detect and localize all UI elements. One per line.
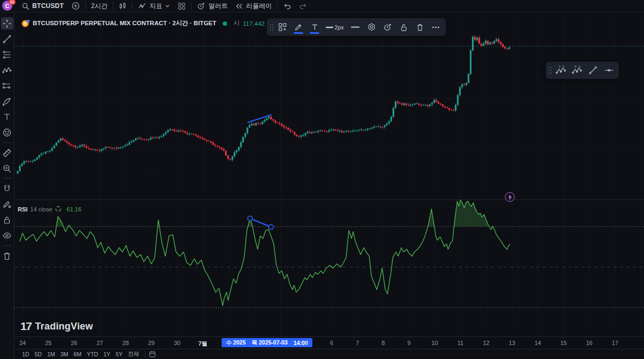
rsi-indicator-legend[interactable]: RSI 14 close 61.16 — [18, 206, 82, 213]
date-range-ytd[interactable]: YTD — [84, 350, 101, 358]
brush-icon — [2, 97, 12, 106]
abcd-pattern-tool[interactable]: AC — [569, 63, 585, 78]
svg-text:B: B — [24, 21, 27, 26]
drawing-anchor-point[interactable] — [248, 216, 253, 221]
date-range-5d[interactable]: 5D — [32, 350, 44, 358]
chart-style-button[interactable] — [115, 0, 130, 12]
brush-tool[interactable] — [1, 95, 13, 107]
layout-grid-button[interactable] — [174, 0, 189, 12]
text-tool[interactable] — [1, 111, 13, 123]
horizontal-line-tool[interactable] — [601, 63, 617, 78]
chart-canvas[interactable] — [14, 12, 644, 336]
legend-title[interactable]: BTCUSDTPERP PERPETUAL MIX CONTRACT · 2시간… — [33, 19, 216, 27]
chevron-down-icon[interactable] — [165, 3, 170, 9]
time-axis[interactable]: 수 2025 목 2025-07-03 14:00 24252627282930… — [14, 336, 644, 349]
forecast-tool[interactable] — [1, 79, 13, 92]
indicators-button[interactable]: 지표 — [134, 0, 174, 12]
time-axis-label: 17 — [612, 340, 618, 346]
drawing-anchor-point[interactable] — [269, 225, 274, 230]
remove-objects-tool[interactable] — [1, 250, 13, 262]
open-value: 117,442.5 — [243, 20, 270, 27]
text-icon — [2, 112, 12, 122]
indicators-label: 지표 — [149, 2, 162, 11]
time-axis-label: 5 — [304, 340, 308, 346]
tradingview-logo-text: TradingView — [35, 321, 93, 332]
favorites-drag-handle[interactable] — [547, 63, 553, 78]
lock-all-drawings-tool[interactable] — [1, 214, 13, 226]
market-status-dot[interactable] — [223, 21, 227, 26]
more-options-button[interactable] — [428, 19, 444, 35]
selected-text-color-bar — [310, 32, 319, 34]
trend-line-tool[interactable] — [1, 33, 13, 45]
time-axis-label: 6 — [330, 340, 333, 346]
price-trend-line-drawing[interactable] — [248, 115, 271, 122]
stay-in-drawing-mode-tool[interactable] — [1, 198, 13, 210]
drawing-template-button[interactable] — [274, 19, 290, 35]
emoji-tool[interactable] — [1, 126, 13, 138]
text-color-button[interactable] — [306, 19, 323, 35]
time-axis-label: 11 — [457, 340, 463, 346]
toolbar-drag-handle[interactable] — [269, 19, 274, 35]
date-range-전체[interactable]: 전체 — [125, 349, 142, 359]
zoom-in-tool[interactable] — [1, 162, 13, 174]
time-axis-label: 10 — [431, 340, 438, 346]
sidebar-divider — [3, 178, 12, 179]
magnet-icon — [2, 184, 12, 194]
time-axis-label: 12 — [483, 340, 489, 346]
symbol-name: BTCUSDT — [32, 2, 64, 10]
line-style-button[interactable] — [347, 19, 363, 35]
chart-legend[interactable]: B BTCUSDTPERP PERPETUAL MIX CONTRACT · 2… — [21, 19, 282, 27]
time-axis-label: 28 — [122, 340, 129, 346]
user-menu-button[interactable]: C 11 — [2, 0, 13, 12]
replay-rewind-icon — [235, 2, 243, 10]
go-to-date-button[interactable] — [149, 350, 156, 358]
time-axis-label: 9 — [407, 340, 411, 346]
compare-add-symbol-button[interactable] — [68, 0, 84, 12]
time-axis-label: 7월 — [198, 340, 207, 348]
alert-label: 얼러트 — [208, 2, 228, 11]
symbol-coin-icon: B — [21, 19, 30, 27]
xabcd-pattern-tool[interactable] — [1, 64, 13, 76]
flash-event-badge[interactable] — [505, 192, 515, 202]
date-range-5y[interactable]: 5Y — [113, 350, 126, 358]
symbol-search-button[interactable]: BTCUSDT — [18, 0, 68, 12]
time-axis-label: 29 — [148, 340, 155, 346]
replay-label: 리플레이 — [246, 2, 272, 11]
rsi-level-lines — [14, 226, 644, 307]
time-axis-label: 8 — [382, 340, 385, 346]
sidebar-divider — [3, 142, 12, 143]
add-alert-on-drawing-button[interactable] — [379, 19, 396, 35]
redo-button[interactable] — [295, 0, 311, 12]
date-range-1y[interactable]: 1Y — [101, 350, 113, 358]
date-range-6m[interactable]: 6M — [71, 350, 84, 358]
alarm-clock-plus-icon — [197, 2, 206, 10]
settings-button[interactable] — [363, 19, 379, 35]
line-color-button[interactable] — [290, 19, 306, 35]
replay-button[interactable]: 리플레이 — [231, 0, 275, 12]
time-axis-label: 27 — [97, 340, 103, 346]
toolbar-divider — [85, 2, 86, 10]
candlestick-series — [17, 35, 510, 174]
hide-all-drawings-tool[interactable] — [1, 229, 13, 241]
date-range-1d[interactable]: 1D — [19, 350, 32, 358]
trend-line-tool[interactable] — [585, 63, 601, 78]
ruler-tool[interactable] — [1, 146, 13, 159]
undo-button[interactable] — [279, 0, 295, 12]
fib-retracement-tool[interactable] — [1, 48, 13, 61]
alert-button[interactable]: 얼러트 — [193, 0, 231, 12]
lock-drawing-button[interactable] — [396, 19, 412, 35]
delete-drawing-button[interactable] — [412, 19, 428, 35]
date-range-1m[interactable]: 1M — [45, 350, 58, 358]
rsi-source-icon — [55, 206, 62, 213]
notification-badge: 11 — [9, 0, 16, 5]
date-range-3m[interactable]: 3M — [57, 350, 71, 358]
line-width-button[interactable]: 2px — [323, 19, 347, 35]
emoji-icon — [2, 128, 12, 137]
crosshair-tool[interactable] — [1, 17, 13, 30]
date-range-tooltip: 수 2025 목 2025-07-03 14:00 — [222, 338, 312, 347]
zoom-in-icon — [2, 164, 12, 173]
interval-button[interactable]: 2시간 — [87, 0, 112, 12]
elliott-wave-tool[interactable]: 15 — [553, 63, 569, 78]
forecast-icon — [2, 81, 12, 91]
magnet-tool[interactable] — [1, 182, 13, 195]
